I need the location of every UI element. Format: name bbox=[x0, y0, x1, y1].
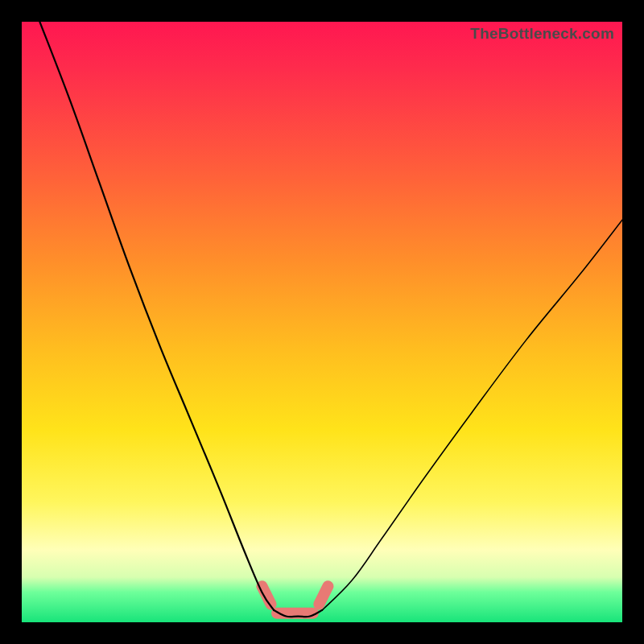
plot-area: TheBottleneck.com bbox=[22, 22, 622, 622]
valley-floor-marks bbox=[262, 586, 328, 613]
curve-left-branch bbox=[39, 22, 274, 610]
curve-right-branch bbox=[322, 220, 622, 610]
floor-mark-right bbox=[319, 586, 328, 604]
chart-frame: TheBottleneck.com bbox=[0, 0, 644, 644]
chart-svg bbox=[22, 22, 622, 622]
